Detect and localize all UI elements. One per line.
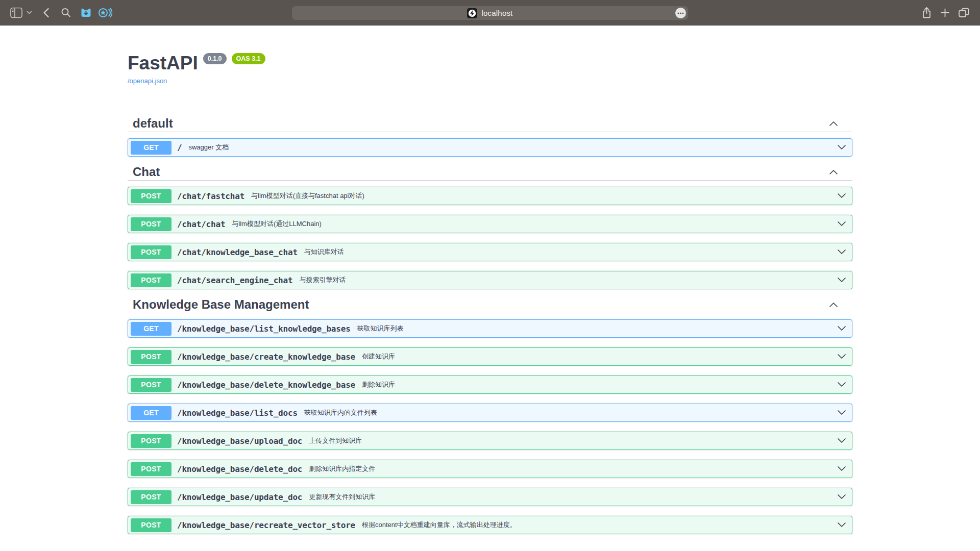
- endpoint-description: 创建知识库: [362, 352, 395, 361]
- endpoint-description: 获取知识库列表: [357, 324, 404, 333]
- endpoint-path: /knowledge_base/create_knowledge_base: [177, 352, 355, 362]
- chevron-down-icon[interactable]: [837, 466, 846, 472]
- method-badge: POST: [131, 217, 172, 231]
- endpoint-path: /chat/search_engine_chat: [177, 276, 292, 285]
- endpoint-description: 获取知识库内的文件列表: [304, 408, 377, 417]
- endpoint-row[interactable]: GET /knowledge_base/list_knowledge_bases…: [128, 319, 852, 338]
- endpoint-description: 根据content中文档重建向量库，流式输出处理进度。: [362, 520, 517, 530]
- chevron-down-icon[interactable]: [837, 249, 846, 255]
- endpoint-path: /chat/fastchat: [177, 191, 244, 201]
- method-badge: GET: [131, 406, 172, 420]
- search-icon[interactable]: [61, 8, 71, 17]
- method-badge: POST: [131, 378, 172, 392]
- method-badge: GET: [131, 141, 172, 155]
- extension-badge-icon[interactable]: [80, 7, 92, 19]
- method-badge: POST: [131, 462, 172, 476]
- endpoint-path: /knowledge_base/upload_doc: [177, 436, 302, 446]
- endpoint-row[interactable]: POST /knowledge_base/upload_doc 上传文件到知识库: [128, 432, 852, 450]
- chevron-down-icon[interactable]: [837, 193, 846, 199]
- chevron-down-icon[interactable]: [837, 522, 846, 528]
- share-button[interactable]: [922, 7, 932, 19]
- endpoint-path: /: [177, 143, 182, 153]
- sidebar-chevron-down-icon[interactable]: [27, 11, 32, 15]
- section-header[interactable]: Knowledge Base Management: [128, 296, 852, 313]
- chevron-down-icon[interactable]: [837, 438, 846, 444]
- endpoint-row[interactable]: POST /knowledge_base/create_knowledge_ba…: [128, 347, 852, 366]
- section-title: Chat: [133, 165, 160, 179]
- fastapi-favicon: [467, 8, 477, 18]
- endpoint-description: 与知识库对话: [304, 247, 344, 257]
- endpoint-row[interactable]: POST /chat/fastchat 与llm模型对话(直接与fastchat…: [128, 187, 852, 205]
- chevron-down-icon[interactable]: [837, 382, 846, 388]
- endpoint-path: /knowledge_base/update_doc: [177, 492, 302, 502]
- api-info-block: FastAPI 0.1.0 OAS 3.1 /openapi.json: [128, 26, 852, 108]
- endpoint-path: /chat/knowledge_base_chat: [177, 247, 298, 257]
- endpoint-description: 与搜索引擎对话: [299, 276, 346, 285]
- chevron-up-icon[interactable]: [829, 120, 838, 127]
- method-badge: POST: [131, 189, 172, 203]
- endpoint-row[interactable]: POST /knowledge_base/delete_doc 删除知识库内指定…: [128, 460, 852, 478]
- endpoint-description: 上传文件到知识库: [309, 436, 362, 445]
- endpoint-row[interactable]: POST /knowledge_base/recreate_vector_sto…: [128, 516, 852, 534]
- chevron-down-icon[interactable]: [837, 277, 846, 283]
- version-badge: 0.1.0: [203, 53, 227, 64]
- endpoint-description: swagger 文档: [188, 143, 229, 152]
- endpoint-description: 与llm模型对话(直接与fastchat api对话): [251, 191, 364, 201]
- method-badge: POST: [131, 350, 172, 364]
- section-knowledge-base-management: Knowledge Base Management GET /knowledge…: [128, 296, 852, 534]
- endpoint-row[interactable]: GET / swagger 文档: [128, 138, 852, 157]
- endpoint-path: /knowledge_base/list_docs: [177, 408, 298, 418]
- section-header[interactable]: default: [128, 115, 852, 132]
- section-title: default: [133, 116, 173, 131]
- chevron-up-icon[interactable]: [829, 302, 838, 308]
- method-badge: GET: [131, 322, 172, 336]
- endpoint-path: /knowledge_base/recreate_vector_store: [177, 520, 355, 530]
- chevron-down-icon[interactable]: [837, 354, 846, 360]
- oas-badge: OAS 3.1: [232, 53, 265, 64]
- section-default: default GET / swagger 文档: [128, 115, 852, 157]
- endpoint-row[interactable]: POST /chat/search_engine_chat 与搜索引擎对话: [128, 271, 852, 289]
- endpoint-row[interactable]: POST /chat/knowledge_base_chat 与知识库对话: [128, 243, 852, 261]
- address-bar[interactable]: localhost: [292, 6, 688, 20]
- method-badge: POST: [131, 273, 172, 287]
- chevron-down-icon[interactable]: [837, 494, 846, 500]
- browser-toolbar: localhost: [0, 0, 980, 26]
- endpoint-description: 与llm模型对话(通过LLMChain): [232, 219, 322, 229]
- tab-overview-button[interactable]: [959, 8, 969, 17]
- endpoint-row[interactable]: POST /knowledge_base/update_doc 更新现有文件到知…: [128, 488, 852, 506]
- new-tab-button[interactable]: [941, 8, 949, 17]
- openapi-spec-link[interactable]: /openapi.json: [128, 77, 167, 85]
- endpoint-path: /knowledge_base/delete_knowledge_base: [177, 380, 355, 390]
- chevron-down-icon[interactable]: [837, 325, 846, 332]
- method-badge: POST: [131, 434, 172, 448]
- endpoint-description: 删除知识库内指定文件: [309, 464, 375, 473]
- page-title: FastAPI: [128, 52, 198, 74]
- endpoint-path: /chat/chat: [177, 219, 225, 229]
- endpoint-description: 删除知识库: [362, 380, 395, 389]
- endpoint-path: /knowledge_base/delete_doc: [177, 464, 302, 474]
- section-chat: Chat POST /chat/fastchat 与llm模型对话(直接与fas…: [128, 163, 852, 289]
- method-badge: POST: [131, 245, 172, 259]
- swagger-page: FastAPI 0.1.0 OAS 3.1 /openapi.json defa…: [0, 26, 980, 551]
- method-badge: POST: [131, 518, 172, 532]
- chevron-down-icon[interactable]: [837, 221, 846, 227]
- method-badge: POST: [131, 490, 172, 504]
- sidebar-toggle-button[interactable]: [10, 7, 22, 18]
- section-header[interactable]: Chat: [128, 163, 852, 181]
- chevron-down-icon[interactable]: [837, 410, 846, 416]
- endpoint-description: 更新现有文件到知识库: [309, 492, 375, 502]
- endpoint-path: /knowledge_base/list_knowledge_bases: [177, 324, 351, 334]
- endpoint-row[interactable]: GET /knowledge_base/list_docs 获取知识库内的文件列…: [128, 404, 852, 422]
- endpoint-row[interactable]: POST /chat/chat 与llm模型对话(通过LLMChain): [128, 215, 852, 233]
- chevron-down-icon[interactable]: [837, 144, 846, 151]
- extension-circles-icon[interactable]: [98, 7, 112, 18]
- page-more-button[interactable]: [675, 8, 686, 18]
- chevron-up-icon[interactable]: [829, 169, 838, 175]
- section-title: Knowledge Base Management: [133, 297, 309, 312]
- address-text: localhost: [481, 9, 512, 17]
- back-button[interactable]: [43, 8, 50, 18]
- endpoint-row[interactable]: POST /knowledge_base/delete_knowledge_ba…: [128, 375, 852, 394]
